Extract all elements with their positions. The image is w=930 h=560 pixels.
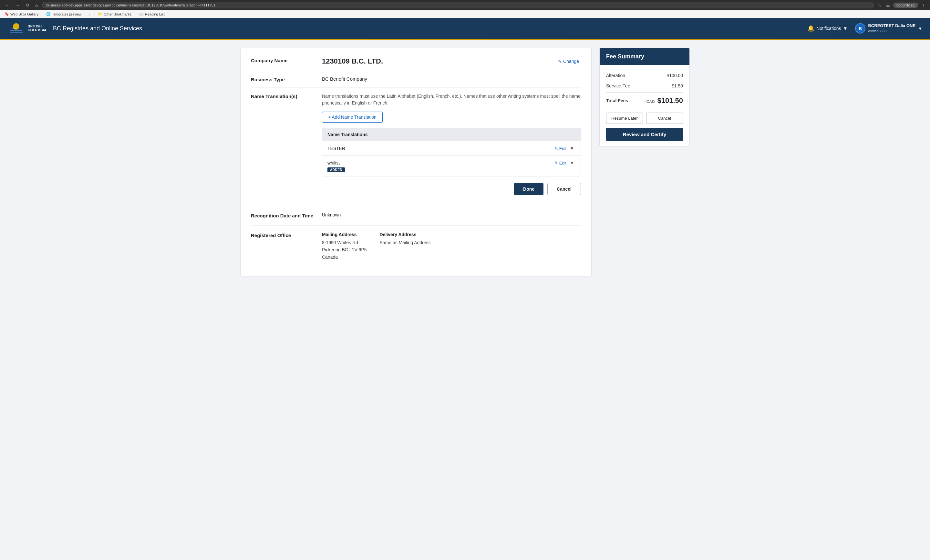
- delivery-address-header: Delivery Address: [380, 232, 431, 237]
- company-name-row: Company Name 1230109 B.C. LTD. ✎ Change: [251, 57, 581, 71]
- reading-list-icon: 📖: [139, 12, 144, 16]
- browser-chrome: ← → ↻ ⌂ business-edit-dev.apps.silver.de…: [0, 0, 930, 10]
- bookmark-templates-preview[interactable]: 🌐 Templates preview: [45, 11, 83, 17]
- user-avatar: B: [855, 23, 865, 34]
- table-row: TESTER ✎ Edit ▼: [322, 141, 580, 155]
- pencil-icon: ✎: [558, 59, 562, 64]
- translation-name-tester: TESTER: [328, 146, 554, 151]
- bookmark-other-bookmarks[interactable]: 📁 Other Bookmarks: [97, 11, 133, 17]
- web-slice-icon: 🔖: [5, 12, 9, 16]
- cancel-sidebar-button[interactable]: Cancel: [646, 113, 683, 124]
- review-and-certify-button[interactable]: Review and Certify: [606, 128, 683, 141]
- name-translation-description: Name translations must use the Latin Alp…: [322, 93, 581, 106]
- name-translations-label: Name Translation(s): [251, 93, 322, 99]
- total-amount-value: $101.50: [657, 97, 683, 104]
- total-fees-label: Total Fees: [606, 98, 628, 103]
- main-content-panel: Company Name 1230109 B.C. LTD. ✎ Change …: [240, 48, 591, 276]
- change-button[interactable]: ✎ Change: [556, 58, 581, 64]
- chevron-down-icon: ▼: [843, 26, 848, 31]
- incognito-badge: Incognito (2): [893, 3, 918, 8]
- registered-office-label: Registered Office: [251, 232, 322, 238]
- user-menu[interactable]: B BCREGTEST Dalia ONE asdfsd3333 ▼: [855, 23, 922, 34]
- business-type-row: Business Type BC Benefit Company: [251, 71, 581, 88]
- delivery-address-value: Same as Mailing Address: [380, 239, 431, 246]
- translation-actions-whilist: ✎ Edit ▼: [554, 160, 576, 166]
- fee-summary-body: Alteration $100.00 Service Fee $1.50 Tot…: [600, 65, 690, 146]
- bookmark-reading-list[interactable]: 📖 Reading List: [138, 11, 166, 17]
- bookmarks-bar: 🔖 Web Slice Gallery 🌐 Templates preview …: [0, 10, 930, 18]
- total-fees-amount: CAD $101.50: [647, 97, 683, 105]
- home-button[interactable]: ⌂: [34, 2, 39, 8]
- bc-logo-text: BRITISH COLUMBIA: [28, 25, 46, 32]
- fee-summary-card: Fee Summary Alteration $100.00 Service F…: [599, 48, 690, 146]
- service-fee-row: Service Fee $1.50: [606, 81, 683, 91]
- back-button[interactable]: ←: [3, 2, 11, 8]
- mailing-address-line3: Canada: [322, 255, 338, 260]
- templates-icon: 🌐: [46, 12, 51, 16]
- fee-currency-label: CAD: [647, 99, 655, 104]
- name-translations-table: Name Translations TESTER ✎ Edit ▼: [322, 128, 581, 176]
- cancel-button[interactable]: Cancel: [547, 183, 581, 195]
- bell-icon: 🔔: [807, 25, 815, 32]
- bookmark-web-slice-gallery[interactable]: 🔖 Web Slice Gallery: [3, 11, 40, 17]
- main-layout: Company Name 1230109 B.C. LTD. ✎ Change …: [232, 40, 698, 284]
- tab-search-icon[interactable]: ☰: [885, 2, 891, 8]
- delivery-address-block: Delivery Address Same as Mailing Address: [380, 232, 431, 261]
- header-right: 🔔 Notifications ▼ B BCREGTEST Dalia ONE …: [807, 23, 922, 34]
- address-bar[interactable]: business-edit-dev.apps.silver.devops.gov…: [42, 2, 873, 8]
- user-menu-chevron-icon: ▼: [918, 26, 922, 31]
- svg-rect-3: [10, 32, 23, 33]
- service-fee-label: Service Fee: [606, 83, 630, 88]
- name-translations-row: Name Translation(s) Name translations mu…: [251, 88, 581, 200]
- company-name-label: Company Name: [251, 57, 322, 63]
- sidebar-action-buttons: Resume Later Cancel: [606, 113, 683, 124]
- menu-icon[interactable]: ⋮: [920, 2, 927, 8]
- business-type-label: Business Type: [251, 76, 322, 82]
- user-info: BCREGTEST Dalia ONE asdfsd3333: [868, 23, 916, 33]
- added-badge: ADDED: [328, 167, 345, 172]
- resume-later-button[interactable]: Resume Later: [606, 113, 643, 124]
- forward-button[interactable]: →: [14, 2, 21, 8]
- translations-table-header: Name Translations: [322, 128, 580, 141]
- alteration-fee-amount: $100.00: [667, 73, 683, 78]
- company-name-value: 1230109 B.C. LTD.: [322, 57, 556, 66]
- mailing-address-line2: Pickering BC L1V 6P5: [322, 247, 367, 252]
- registered-office-content: Mailing Address 8-1990 Whites Rd Pickeri…: [322, 232, 581, 261]
- bookmark-star-icon[interactable]: ☆: [876, 2, 883, 8]
- action-buttons: Done Cancel: [322, 183, 581, 195]
- bookmark-separator: |: [89, 12, 90, 16]
- total-fees-row: Total Fees CAD $101.50: [606, 92, 683, 107]
- mailing-address-header: Mailing Address: [322, 232, 367, 237]
- folder-icon: 📁: [98, 12, 102, 16]
- alteration-fee-row: Alteration $100.00: [606, 70, 683, 81]
- business-type-value: BC Benefit Company: [322, 76, 581, 81]
- edit-tester-button[interactable]: ✎ Edit: [554, 146, 567, 151]
- recognition-date-row: Recognition Date and Time Unknown: [251, 206, 581, 225]
- app-header: BRITISH COLUMBIA BC Registries and Onlin…: [0, 18, 930, 39]
- mailing-address-line1: 8-1990 Whites Rd: [322, 240, 358, 245]
- svg-rect-2: [10, 30, 22, 31]
- table-row: whilist ✎ Edit ▼ ADDED: [322, 155, 580, 176]
- fee-summary-header: Fee Summary: [600, 48, 690, 65]
- edit-pencil-icon-whilist: ✎: [554, 161, 558, 166]
- recognition-date-label: Recognition Date and Time: [251, 212, 322, 218]
- recognition-date-value: Unknown: [322, 212, 581, 218]
- name-translations-content: Name translations must use the Latin Alp…: [322, 93, 581, 195]
- notifications-button[interactable]: 🔔 Notifications ▼: [807, 25, 847, 32]
- app-title: BC Registries and Online Services: [53, 25, 807, 32]
- registered-office-row: Registered Office Mailing Address 8-1990…: [251, 226, 581, 267]
- refresh-button[interactable]: ↻: [24, 2, 31, 8]
- sidebar: Fee Summary Alteration $100.00 Service F…: [599, 48, 690, 276]
- edit-whilist-button[interactable]: ✎ Edit: [554, 161, 567, 166]
- expand-whilist-button[interactable]: ▼: [568, 160, 576, 166]
- translation-name-whilist: whilist: [328, 160, 554, 166]
- translation-actions-tester: ✎ Edit ▼: [554, 145, 576, 152]
- add-name-translation-button[interactable]: + Add Name Translation: [322, 112, 383, 123]
- edit-pencil-icon: ✎: [554, 146, 558, 151]
- done-button[interactable]: Done: [514, 183, 544, 195]
- mailing-address-block: Mailing Address 8-1990 Whites Rd Pickeri…: [322, 232, 367, 261]
- bc-logo-svg: [8, 21, 25, 35]
- bc-logo: BRITISH COLUMBIA: [8, 21, 46, 35]
- alteration-fee-label: Alteration: [606, 73, 625, 78]
- expand-tester-button[interactable]: ▼: [568, 145, 576, 152]
